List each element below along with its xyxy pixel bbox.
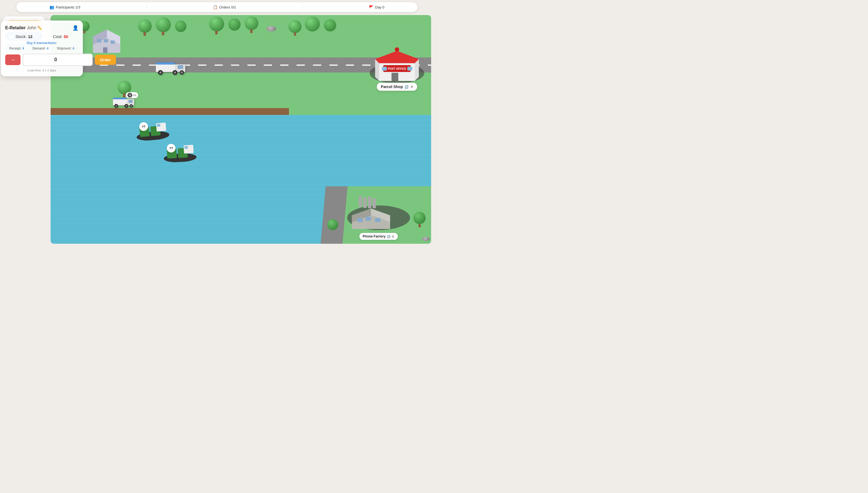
parcel-shop-area: POST OFFICE Parcel Shop 🔄 🖥 bbox=[367, 27, 427, 93]
svg-point-37 bbox=[395, 47, 399, 52]
demand-label: Demand: 4 bbox=[32, 46, 49, 50]
svg-rect-50 bbox=[129, 100, 133, 103]
svg-rect-57 bbox=[113, 98, 127, 99]
factory-building bbox=[344, 196, 398, 233]
popup-title-area: E-Retailer John ✏️ bbox=[5, 25, 42, 30]
factory-tree-1 bbox=[413, 212, 426, 227]
parcel-shop-building[interactable]: POST OFFICE bbox=[375, 43, 419, 85]
order-quantity-input[interactable] bbox=[23, 53, 93, 66]
factory-tree-2 bbox=[327, 219, 338, 230]
cost-item: Cost: $6 bbox=[53, 34, 68, 39]
day-indicator: 🚩 Day 0 bbox=[369, 5, 384, 9]
svg-rect-12 bbox=[157, 124, 160, 127]
cost-value: $6 bbox=[64, 34, 68, 39]
demand-value: 4 bbox=[47, 46, 49, 50]
user-avatar-icon: 👤 bbox=[72, 25, 78, 31]
receipt-label: Receipt: 4 bbox=[9, 46, 24, 50]
svg-point-44 bbox=[174, 71, 176, 73]
svg-point-54 bbox=[125, 105, 127, 107]
svg-rect-4 bbox=[104, 39, 108, 42]
svg-rect-17 bbox=[185, 146, 188, 149]
svg-text:POST OFFICE: POST OFFICE bbox=[388, 67, 406, 70]
svg-point-56 bbox=[131, 105, 132, 107]
svg-point-46 bbox=[181, 71, 183, 73]
divider-1 bbox=[146, 4, 147, 10]
stock-value: 12 bbox=[28, 34, 32, 39]
svg-rect-47 bbox=[156, 62, 175, 65]
shipment-label: Shipment: 4 bbox=[57, 46, 74, 50]
small-delivery-truck: 4 D1 bbox=[112, 94, 135, 110]
popup-title: E-Retailer John ✏️ bbox=[5, 25, 42, 30]
svg-rect-21 bbox=[373, 198, 376, 208]
boat-1-svg bbox=[134, 119, 171, 142]
factory-rock bbox=[422, 237, 430, 241]
svg-rect-6 bbox=[103, 47, 108, 53]
transactions-row: Receipt: 4 Demand: 4 Shipment: 4 bbox=[5, 46, 78, 50]
svg-rect-20 bbox=[368, 197, 371, 208]
stock-cost-row: Stock: 12 Cost: $6 bbox=[5, 34, 78, 39]
factory-refresh-icon: 🔄 bbox=[387, 235, 390, 238]
delivery-truck bbox=[155, 58, 187, 77]
e-retailer-popup: E-Retailer John ✏️ 👤 Stock: 12 Cost: $6 … bbox=[1, 21, 83, 76]
participants-label: Participants 1/3 bbox=[56, 5, 81, 9]
building-svg bbox=[89, 23, 124, 56]
divider-2 bbox=[302, 4, 303, 10]
svg-point-42 bbox=[159, 71, 162, 73]
svg-rect-35 bbox=[382, 67, 387, 70]
truck-badge: 4 D1 bbox=[126, 92, 138, 98]
svg-rect-5 bbox=[111, 41, 115, 44]
svg-rect-34 bbox=[391, 73, 398, 81]
day-label: Day 0 bbox=[375, 5, 384, 9]
svg-rect-3 bbox=[97, 39, 101, 42]
svg-marker-28 bbox=[375, 51, 419, 65]
svg-rect-26 bbox=[366, 217, 371, 221]
lead-time-label: Lead time: 4 ± 2 days bbox=[5, 69, 78, 72]
parcel-shop-label: Parcel Shop 🔄 🖥 bbox=[377, 83, 417, 91]
participants-indicator: 👥 Participants 1/3 bbox=[49, 5, 81, 9]
boat-2-svg bbox=[162, 142, 198, 163]
shipment-value: 4 bbox=[72, 46, 74, 50]
orders-icon: 📋 bbox=[213, 5, 218, 9]
order-arrow-indicator: → bbox=[5, 55, 21, 65]
parcel-shop-screen-icon: 🖥 bbox=[410, 85, 413, 88]
edit-icon[interactable]: ✏️ bbox=[38, 26, 42, 30]
orders-label: Orders 0/1 bbox=[219, 5, 236, 9]
day-icon: 🚩 bbox=[369, 5, 373, 9]
parcel-shop-refresh-icon: 🔄 bbox=[405, 85, 408, 89]
svg-rect-18 bbox=[359, 196, 362, 207]
parcel-shop-svg: POST OFFICE bbox=[375, 43, 419, 84]
receipt-value: 4 bbox=[22, 46, 24, 50]
order-button[interactable]: Order bbox=[95, 55, 116, 65]
order-row: → Order bbox=[5, 53, 78, 66]
factory-svg bbox=[344, 196, 398, 232]
svg-rect-25 bbox=[357, 218, 363, 222]
game-area: ?? ?? bbox=[51, 15, 431, 244]
svg-rect-36 bbox=[407, 67, 412, 70]
boat-1: ?? bbox=[134, 119, 171, 143]
phone-factory-label: Phone Factory 🔄 🖥 bbox=[359, 233, 398, 240]
day-transactions-label: Day 0 transactions: bbox=[5, 41, 78, 45]
boat-2: ?? bbox=[162, 142, 198, 164]
svg-rect-11 bbox=[156, 123, 166, 132]
e-retailer-building[interactable] bbox=[89, 23, 124, 57]
svg-rect-40 bbox=[178, 65, 183, 69]
factory-screen-icon: 🖥 bbox=[391, 235, 394, 238]
svg-point-52 bbox=[115, 105, 117, 107]
orders-indicator: 📋 Orders 0/1 bbox=[213, 5, 236, 9]
top-bar: 👥 Participants 1/3 📋 Orders 0/1 🚩 Day 0 bbox=[16, 2, 417, 12]
ground-strip bbox=[51, 108, 289, 116]
popup-username: John bbox=[27, 25, 36, 30]
svg-rect-19 bbox=[363, 197, 367, 208]
phone-factory-area: Phone Factory 🔄 🖥 bbox=[326, 186, 431, 244]
rock-3 bbox=[267, 26, 276, 31]
participants-icon: 👥 bbox=[49, 5, 54, 9]
svg-rect-27 bbox=[375, 218, 381, 222]
truck-svg bbox=[155, 58, 187, 76]
popup-header: E-Retailer John ✏️ 👤 bbox=[5, 25, 78, 31]
stock-item: Stock: 12 bbox=[15, 34, 32, 39]
water-area: ?? ?? bbox=[51, 115, 431, 244]
